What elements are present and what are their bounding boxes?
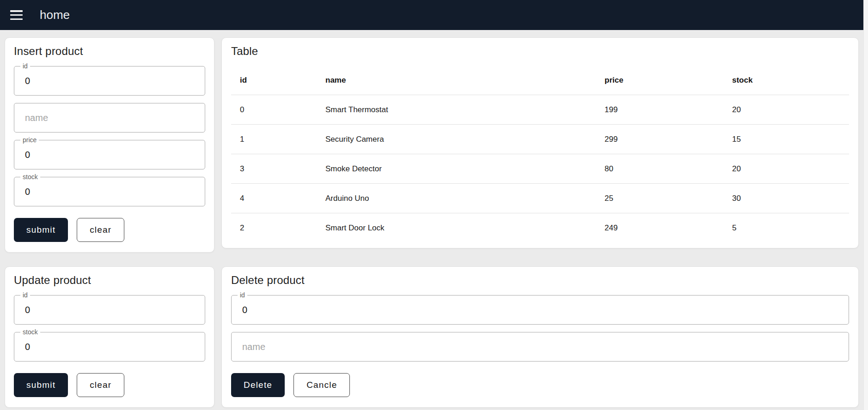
table-header-row: id name price stock: [231, 66, 849, 95]
table-row: 4Arduino Uno2530: [231, 184, 849, 213]
insert-panel-title: Insert product: [14, 45, 205, 58]
insert-name-field: [14, 103, 205, 133]
cancel-button[interactable]: Cancle: [293, 373, 350, 397]
products-table: id name price stock 0Smart Thermostat199…: [231, 66, 849, 242]
update-stock-label: stock: [20, 328, 40, 336]
hamburger-bar: [10, 10, 23, 12]
insert-id-input[interactable]: [14, 66, 205, 95]
table-cell: 20: [723, 154, 849, 184]
hamburger-bar: [10, 18, 23, 20]
insert-name-input[interactable]: [14, 103, 205, 132]
update-panel-title: Update product: [14, 274, 205, 287]
insert-stock-label: stock: [20, 173, 40, 181]
table-cell: 4: [231, 184, 317, 213]
delete-panel-title: Delete product: [231, 274, 849, 287]
page-title: home: [40, 8, 70, 22]
delete-product-panel: Delete product id Delete Cancle: [221, 266, 859, 408]
table-panel: Table id name price stock 0Smart Thermos…: [221, 37, 859, 248]
table-cell: 2: [231, 213, 317, 243]
insert-price-input[interactable]: [14, 140, 205, 169]
table-cell: Security Camera: [317, 125, 596, 154]
update-id-field: id: [14, 295, 205, 325]
main-content: Insert product id price stock submit cle…: [0, 30, 868, 408]
insert-price-label: price: [20, 136, 39, 144]
insert-price-field: price: [14, 140, 205, 169]
update-stock-field: stock: [14, 332, 205, 362]
table-cell: Smoke Detector: [317, 154, 596, 184]
page-scrollbar[interactable]: [863, 0, 868, 410]
table-cell: 299: [596, 125, 723, 154]
insert-id-label: id: [20, 62, 30, 70]
table-cell: 25: [596, 184, 723, 213]
insert-submit-button[interactable]: submit: [14, 218, 68, 242]
delete-id-label: id: [238, 291, 247, 299]
table-row: 3Smoke Detector8020: [231, 154, 849, 184]
table-row: 0Smart Thermostat19920: [231, 95, 849, 125]
table-cell: 20: [723, 95, 849, 125]
delete-name-input[interactable]: [232, 332, 849, 361]
hamburger-menu-icon[interactable]: [10, 10, 23, 20]
update-submit-button[interactable]: submit: [14, 373, 68, 397]
table-cell: Smart Door Lock: [317, 213, 596, 243]
table-cell: 249: [596, 213, 723, 243]
table-cell: 3: [231, 154, 317, 184]
table-body: 0Smart Thermostat199201Security Camera29…: [231, 95, 849, 243]
table-cell: 199: [596, 95, 723, 125]
update-id-input[interactable]: [14, 295, 205, 324]
table-cell: 80: [596, 154, 723, 184]
insert-clear-button[interactable]: clear: [77, 218, 124, 242]
column-header-price: price: [596, 66, 723, 95]
column-header-name: name: [317, 66, 596, 95]
update-clear-button[interactable]: clear: [77, 373, 124, 397]
table-panel-title: Table: [231, 45, 849, 58]
hamburger-bar: [10, 14, 23, 16]
update-product-panel: Update product id stock submit clear: [5, 266, 214, 408]
update-stock-input[interactable]: [14, 332, 205, 361]
table-cell: Arduino Uno: [317, 184, 596, 213]
update-id-label: id: [20, 291, 30, 299]
column-header-id: id: [231, 66, 317, 95]
insert-product-panel: Insert product id price stock submit cle…: [5, 37, 214, 253]
table-cell: 15: [723, 125, 849, 154]
delete-name-field: [231, 332, 849, 362]
table-cell: 1: [231, 125, 317, 154]
insert-stock-field: stock: [14, 177, 205, 206]
table-row: 2Smart Door Lock2495: [231, 213, 849, 243]
delete-id-input[interactable]: [232, 295, 849, 324]
table-cell: 30: [723, 184, 849, 213]
table-cell: 5: [723, 213, 849, 243]
table-cell: 0: [231, 95, 317, 125]
table-cell: Smart Thermostat: [317, 95, 596, 125]
app-header: home: [0, 0, 868, 30]
delete-button[interactable]: Delete: [231, 373, 285, 397]
delete-id-field: id: [231, 295, 849, 325]
insert-id-field: id: [14, 66, 205, 96]
insert-stock-input[interactable]: [14, 177, 205, 206]
table-row: 1Security Camera29915: [231, 125, 849, 154]
column-header-stock: stock: [723, 66, 849, 95]
